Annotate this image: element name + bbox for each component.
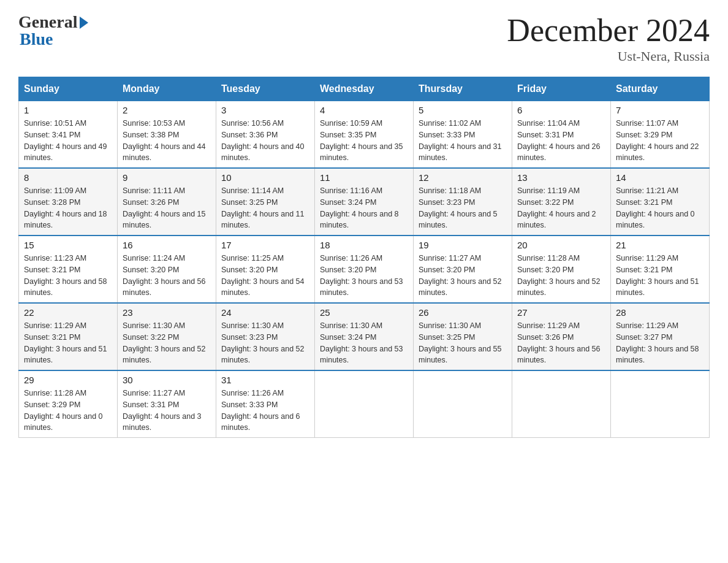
day-info: Sunrise: 10:56 AMSunset: 3:36 PMDaylight… <box>221 118 309 164</box>
calendar-day-header: Friday <box>512 77 611 101</box>
calendar-day-cell: 27 Sunrise: 11:29 AMSunset: 3:26 PMDayli… <box>512 303 611 370</box>
day-info: Sunrise: 11:29 AMSunset: 3:26 PMDaylight… <box>517 320 605 366</box>
day-info: Sunrise: 11:11 AMSunset: 3:26 PMDaylight… <box>123 185 211 231</box>
day-info: Sunrise: 11:04 AMSunset: 3:31 PMDaylight… <box>517 118 605 164</box>
day-info: Sunrise: 11:07 AMSunset: 3:29 PMDaylight… <box>616 118 704 164</box>
calendar-table: SundayMondayTuesdayWednesdayThursdayFrid… <box>18 77 710 438</box>
calendar-week-row: 1 Sunrise: 10:51 AMSunset: 3:41 PMDaylig… <box>19 101 710 169</box>
calendar-day-cell: 21 Sunrise: 11:29 AMSunset: 3:21 PMDayli… <box>611 236 710 303</box>
calendar-day-cell: 5 Sunrise: 11:02 AMSunset: 3:33 PMDaylig… <box>414 101 512 169</box>
day-number: 7 <box>616 105 704 115</box>
day-number: 3 <box>221 105 309 115</box>
day-number: 16 <box>123 240 211 250</box>
calendar-day-cell: 18 Sunrise: 11:26 AMSunset: 3:20 PMDayli… <box>315 236 414 303</box>
day-number: 13 <box>517 172 605 183</box>
calendar-day-cell: 28 Sunrise: 11:29 AMSunset: 3:27 PMDayli… <box>611 303 710 370</box>
calendar-day-cell: 9 Sunrise: 11:11 AMSunset: 3:26 PMDaylig… <box>118 168 216 236</box>
day-number: 27 <box>517 307 605 318</box>
day-number: 18 <box>320 240 408 250</box>
calendar-day-cell <box>315 370 414 438</box>
calendar-day-header: Wednesday <box>315 77 414 101</box>
logo: General Blue <box>18 12 88 49</box>
calendar-week-row: 22 Sunrise: 11:29 AMSunset: 3:21 PMDayli… <box>19 303 710 370</box>
calendar-day-cell <box>414 370 512 438</box>
day-number: 17 <box>221 240 309 250</box>
day-number: 14 <box>616 172 704 183</box>
day-number: 25 <box>320 307 408 318</box>
calendar-day-cell: 26 Sunrise: 11:30 AMSunset: 3:25 PMDayli… <box>414 303 512 370</box>
calendar-day-cell: 17 Sunrise: 11:25 AMSunset: 3:20 PMDayli… <box>216 236 315 303</box>
calendar-day-cell: 20 Sunrise: 11:28 AMSunset: 3:20 PMDayli… <box>512 236 611 303</box>
day-number: 4 <box>320 105 408 115</box>
logo-blue-text: Blue <box>20 29 53 49</box>
calendar-day-cell: 3 Sunrise: 10:56 AMSunset: 3:36 PMDaylig… <box>216 101 315 169</box>
calendar-day-header: Saturday <box>611 77 710 101</box>
day-number: 12 <box>419 172 507 183</box>
calendar-day-cell: 22 Sunrise: 11:29 AMSunset: 3:21 PMDayli… <box>19 303 118 370</box>
calendar-day-header: Monday <box>118 77 216 101</box>
day-info: Sunrise: 11:24 AMSunset: 3:20 PMDaylight… <box>123 253 211 299</box>
calendar-day-cell: 4 Sunrise: 10:59 AMSunset: 3:35 PMDaylig… <box>315 101 414 169</box>
day-info: Sunrise: 11:02 AMSunset: 3:33 PMDaylight… <box>419 118 507 164</box>
day-info: Sunrise: 11:29 AMSunset: 3:27 PMDaylight… <box>616 320 704 366</box>
day-number: 19 <box>419 240 507 250</box>
calendar-day-cell: 30 Sunrise: 11:27 AMSunset: 3:31 PMDayli… <box>118 370 216 438</box>
calendar-day-cell: 16 Sunrise: 11:24 AMSunset: 3:20 PMDayli… <box>118 236 216 303</box>
logo-arrow-icon <box>80 17 88 29</box>
calendar-day-cell: 24 Sunrise: 11:30 AMSunset: 3:23 PMDayli… <box>216 303 315 370</box>
calendar-day-cell: 8 Sunrise: 11:09 AMSunset: 3:28 PMDaylig… <box>19 168 118 236</box>
day-info: Sunrise: 11:28 AMSunset: 3:20 PMDaylight… <box>517 253 605 299</box>
day-number: 15 <box>24 240 112 250</box>
calendar-day-cell: 23 Sunrise: 11:30 AMSunset: 3:22 PMDayli… <box>118 303 216 370</box>
day-info: Sunrise: 11:16 AMSunset: 3:24 PMDaylight… <box>320 185 408 231</box>
day-info: Sunrise: 11:18 AMSunset: 3:23 PMDaylight… <box>419 185 507 231</box>
calendar-week-row: 8 Sunrise: 11:09 AMSunset: 3:28 PMDaylig… <box>19 168 710 236</box>
day-number: 22 <box>24 307 112 318</box>
day-info: Sunrise: 11:27 AMSunset: 3:20 PMDaylight… <box>419 253 507 299</box>
day-info: Sunrise: 10:51 AMSunset: 3:41 PMDaylight… <box>24 118 112 164</box>
day-info: Sunrise: 11:29 AMSunset: 3:21 PMDaylight… <box>616 253 704 299</box>
day-info: Sunrise: 11:19 AMSunset: 3:22 PMDaylight… <box>517 185 605 231</box>
day-info: Sunrise: 10:59 AMSunset: 3:35 PMDaylight… <box>320 118 408 164</box>
calendar-day-cell <box>512 370 611 438</box>
day-info: Sunrise: 11:30 AMSunset: 3:23 PMDaylight… <box>221 320 309 366</box>
day-info: Sunrise: 11:27 AMSunset: 3:31 PMDaylight… <box>123 388 211 434</box>
calendar-week-row: 29 Sunrise: 11:28 AMSunset: 3:29 PMDayli… <box>19 370 710 438</box>
calendar-day-cell: 1 Sunrise: 10:51 AMSunset: 3:41 PMDaylig… <box>19 101 118 169</box>
day-number: 5 <box>419 105 507 115</box>
day-number: 8 <box>24 172 112 183</box>
day-info: Sunrise: 11:14 AMSunset: 3:25 PMDaylight… <box>221 185 309 231</box>
day-number: 30 <box>123 375 211 385</box>
location-title: Ust-Nera, Russia <box>507 48 710 64</box>
calendar-day-header: Thursday <box>414 77 512 101</box>
calendar-header-row: SundayMondayTuesdayWednesdayThursdayFrid… <box>19 77 710 101</box>
day-number: 11 <box>320 172 408 183</box>
day-number: 28 <box>616 307 704 318</box>
calendar-day-cell: 7 Sunrise: 11:07 AMSunset: 3:29 PMDaylig… <box>611 101 710 169</box>
calendar-day-cell: 29 Sunrise: 11:28 AMSunset: 3:29 PMDayli… <box>19 370 118 438</box>
calendar-day-cell: 14 Sunrise: 11:21 AMSunset: 3:21 PMDayli… <box>611 168 710 236</box>
day-number: 26 <box>419 307 507 318</box>
calendar-day-cell: 6 Sunrise: 11:04 AMSunset: 3:31 PMDaylig… <box>512 101 611 169</box>
day-info: Sunrise: 11:30 AMSunset: 3:25 PMDaylight… <box>419 320 507 366</box>
day-info: Sunrise: 11:25 AMSunset: 3:20 PMDaylight… <box>221 253 309 299</box>
day-number: 10 <box>221 172 309 183</box>
day-number: 21 <box>616 240 704 250</box>
calendar-day-cell: 10 Sunrise: 11:14 AMSunset: 3:25 PMDayli… <box>216 168 315 236</box>
day-info: Sunrise: 11:26 AMSunset: 3:33 PMDaylight… <box>221 388 309 434</box>
day-info: Sunrise: 11:26 AMSunset: 3:20 PMDaylight… <box>320 253 408 299</box>
calendar-day-cell: 11 Sunrise: 11:16 AMSunset: 3:24 PMDayli… <box>315 168 414 236</box>
day-number: 29 <box>24 375 112 385</box>
day-info: Sunrise: 11:29 AMSunset: 3:21 PMDaylight… <box>24 320 112 366</box>
page-header: General Blue December 2024 Ust-Nera, Rus… <box>18 12 710 64</box>
day-info: Sunrise: 11:28 AMSunset: 3:29 PMDaylight… <box>24 388 112 434</box>
calendar-day-cell: 25 Sunrise: 11:30 AMSunset: 3:24 PMDayli… <box>315 303 414 370</box>
day-number: 6 <box>517 105 605 115</box>
day-number: 9 <box>123 172 211 183</box>
day-info: Sunrise: 10:53 AMSunset: 3:38 PMDaylight… <box>123 118 211 164</box>
calendar-day-header: Tuesday <box>216 77 315 101</box>
calendar-day-cell: 31 Sunrise: 11:26 AMSunset: 3:33 PMDayli… <box>216 370 315 438</box>
day-number: 31 <box>221 375 309 385</box>
day-number: 23 <box>123 307 211 318</box>
day-info: Sunrise: 11:21 AMSunset: 3:21 PMDaylight… <box>616 185 704 231</box>
